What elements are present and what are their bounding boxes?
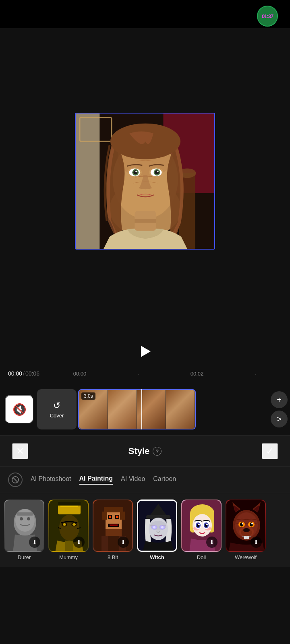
svg-rect-32 <box>58 502 81 506</box>
time-display: 00:00 / 00:06 00:00 · 00:02 · <box>0 369 290 380</box>
clip-thumb-2 <box>108 390 137 429</box>
svg-point-27 <box>20 517 23 520</box>
svg-rect-100 <box>246 536 249 539</box>
more-icon: > <box>277 415 282 424</box>
audio-button[interactable]: 🔇 <box>5 395 34 424</box>
style-item-mummy[interactable]: ⬇ Mummy <box>48 500 89 560</box>
mummy-label: Mummy <box>59 554 78 560</box>
more-button[interactable]: > <box>271 411 288 427</box>
no-style-icon <box>12 476 19 483</box>
play-button[interactable] <box>134 341 156 362</box>
tab-ai-video[interactable]: AI Video <box>121 475 145 484</box>
svg-point-28 <box>27 517 30 520</box>
play-icon <box>141 346 151 357</box>
svg-point-13 <box>135 171 137 172</box>
video-frame <box>75 113 215 250</box>
video-bottom-padding <box>0 250 290 334</box>
8bit-download-badge: ⬇ <box>118 537 129 548</box>
tab-ai-painting[interactable]: AI Painting <box>79 475 113 485</box>
svg-point-98 <box>251 523 253 524</box>
close-icon: ✕ <box>16 446 24 457</box>
tab-ai-photoshoot[interactable]: AI Photoshoot <box>31 475 71 484</box>
cover-label: Cover <box>50 413 64 419</box>
style-thumb-werewolf: ⬇ <box>226 500 266 552</box>
timeline-actions: + > <box>271 391 288 427</box>
title-text: Style <box>128 446 150 456</box>
svg-rect-33 <box>60 506 78 507</box>
style-item-werewolf[interactable]: ⬇ Werewolf <box>226 500 266 560</box>
durer-download-badge: ⬇ <box>29 537 40 548</box>
svg-rect-29 <box>17 512 33 516</box>
svg-line-23 <box>13 477 18 482</box>
marker-2: 00:02 <box>191 371 204 377</box>
svg-point-92 <box>243 528 250 532</box>
svg-point-12 <box>133 170 137 174</box>
playback-controls <box>0 336 290 366</box>
svg-point-97 <box>242 523 243 524</box>
no-style-button[interactable] <box>8 473 23 487</box>
style-thumb-8bit: ⬇ <box>93 500 133 552</box>
cover-block[interactable]: ↺ Cover <box>37 389 77 429</box>
current-time: 00:00 <box>8 370 22 377</box>
style-thumb-mummy: ⬇ <box>48 500 89 552</box>
style-panel: ✕ Style ? ✓ AI Photoshoot AI Painting AI… <box>0 436 290 567</box>
video-container <box>0 28 290 334</box>
mummy-download-badge: ⬇ <box>73 537 85 548</box>
style-grid: ⬇ Durer <box>0 493 290 567</box>
total-time: 00:06 <box>25 370 39 377</box>
svg-rect-53 <box>106 529 122 536</box>
werewolf-label: Werewolf <box>235 554 257 560</box>
speaker-icon: 🔇 <box>12 403 27 416</box>
panel-header: ✕ Style ? ✓ <box>0 436 290 467</box>
style-item-8bit[interactable]: ⬇ 8 Bit <box>93 500 133 560</box>
svg-point-37 <box>63 523 66 526</box>
witch-preview-svg <box>76 114 214 249</box>
style-thumb-witch <box>137 500 177 552</box>
style-thumb-doll: ⬇ <box>181 500 222 552</box>
confirm-button[interactable]: ✓ <box>262 443 278 459</box>
svg-rect-99 <box>244 536 246 539</box>
svg-rect-47 <box>116 516 118 518</box>
svg-point-82 <box>206 524 208 525</box>
video-image <box>76 114 214 249</box>
time-markers: 00:00 · 00:02 · <box>48 371 282 377</box>
marker-dot-1: · <box>138 371 139 377</box>
svg-rect-50 <box>104 507 123 512</box>
svg-rect-41 <box>65 541 73 552</box>
panel-title: Style ? <box>128 446 162 456</box>
style-item-doll[interactable]: ⬇ Doll <box>181 500 222 560</box>
timeline-scroll[interactable]: ↺ Cover 3.0s <box>37 389 268 429</box>
svg-rect-43 <box>106 510 122 530</box>
durer-label: Durer <box>18 554 31 560</box>
video-top-padding <box>0 28 290 113</box>
add-icon: + <box>277 395 282 405</box>
witch-label: Witch <box>150 554 164 560</box>
clip-strip[interactable]: 3.0s <box>78 389 196 429</box>
svg-rect-52 <box>120 512 125 520</box>
marker-dot-2: · <box>255 371 257 377</box>
timer-badge: 01:37 <box>257 6 278 27</box>
clip-thumb-3 <box>137 390 166 429</box>
svg-rect-49 <box>110 524 118 526</box>
svg-point-38 <box>72 523 76 526</box>
close-button[interactable]: ✕ <box>12 443 28 459</box>
svg-point-17 <box>155 170 159 174</box>
help-icon[interactable]: ? <box>153 447 162 456</box>
top-bar: 01:37 <box>0 0 290 28</box>
doll-download-badge: ⬇ <box>206 537 218 548</box>
style-item-durer[interactable]: ⬇ Durer <box>4 500 44 560</box>
doll-label: Doll <box>197 554 206 560</box>
tab-cartoon[interactable]: Cartoon <box>153 475 176 484</box>
confirm-icon: ✓ <box>266 446 274 457</box>
style-thumb-durer: ⬇ <box>4 500 44 552</box>
svg-rect-21 <box>135 219 156 223</box>
svg-point-18 <box>157 171 159 172</box>
add-clip-button[interactable]: + <box>271 391 288 408</box>
marker-1: 00:00 <box>73 371 87 377</box>
cover-icon: ↺ <box>53 400 60 411</box>
clip-thumb-4 <box>166 390 195 429</box>
timeline-area: 🔇 ↺ Cover 3.0s + > <box>0 383 290 436</box>
svg-rect-46 <box>109 516 111 518</box>
clip-duration-badge: 3.0s <box>81 392 95 400</box>
style-item-witch[interactable]: Witch <box>137 500 177 560</box>
